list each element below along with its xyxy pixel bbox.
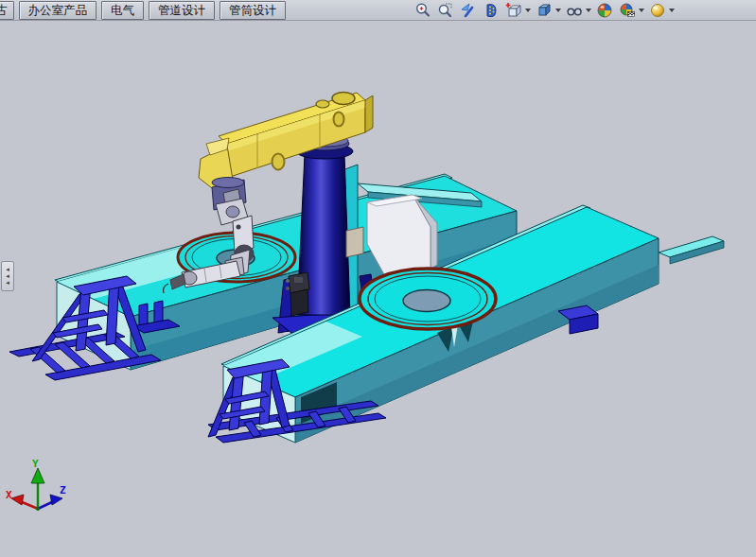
display-style-button[interactable] <box>535 2 554 19</box>
cad-application-window: { "toolbar": { "tabs": [ {"label": "古"},… <box>0 0 756 557</box>
tan-block[interactable] <box>346 227 363 257</box>
rotary-ring-front[interactable] <box>360 269 496 329</box>
render-options-icon <box>649 2 666 19</box>
zoom-to-area-button[interactable] <box>436 2 455 19</box>
command-tabs: 古 办公室产品 电气 管道设计 管筒设计 <box>0 1 286 20</box>
edit-appearance-dropdown[interactable] <box>639 9 644 12</box>
tab-office-products[interactable]: 办公室产品 <box>19 1 97 20</box>
edit-appearance-button[interactable] <box>618 2 637 19</box>
render-options-button[interactable] <box>648 2 667 19</box>
zoom-to-fit-icon <box>414 2 431 19</box>
previous-view-icon <box>460 2 477 19</box>
tab-tubing-design[interactable]: 管筒设计 <box>220 1 286 20</box>
zoom-to-fit-button[interactable] <box>413 2 432 19</box>
triad-y-label: Y <box>32 458 39 470</box>
display-style-dropdown[interactable] <box>555 9 561 12</box>
hide-show-items-icon <box>566 2 583 19</box>
view-orientation-dropdown[interactable] <box>525 9 531 12</box>
apply-scene-button[interactable] <box>595 2 614 19</box>
edit-appearance-group <box>618 2 644 19</box>
rotate-view-button[interactable] <box>482 2 501 19</box>
tab-piping-design[interactable]: 管道设计 <box>149 1 215 20</box>
tab-clipped[interactable]: 古 <box>0 1 14 20</box>
triad-z-label: Z <box>60 484 66 496</box>
rotate-view-icon <box>483 2 500 19</box>
view-orientation-group <box>504 2 531 19</box>
triad-x-label: X <box>6 489 12 501</box>
command-toolbar: 古 办公室产品 电气 管道设计 管筒设计 <box>0 0 756 21</box>
hide-show-items-button[interactable] <box>565 2 584 19</box>
feature-panel-toggle[interactable]: ◂ ◂ ◂ <box>1 261 14 291</box>
zoom-to-area-icon <box>437 2 454 19</box>
display-style-group <box>535 2 561 19</box>
3d-viewport[interactable]: X Y Z <box>0 0 756 557</box>
apply-scene-icon <box>596 2 613 19</box>
previous-view-button[interactable] <box>459 2 478 19</box>
render-options-group <box>648 2 675 19</box>
view-toolbar <box>413 1 675 19</box>
hide-show-items-group <box>565 2 591 19</box>
tab-electrical[interactable]: 电气 <box>101 1 144 20</box>
collapse-arrow-icon: ◂ <box>6 280 9 287</box>
edit-appearance-icon <box>619 2 636 19</box>
view-orientation-icon <box>505 2 522 19</box>
view-orientation-button[interactable] <box>504 2 523 19</box>
display-style-icon <box>536 2 553 19</box>
render-options-dropdown[interactable] <box>669 9 675 12</box>
hide-show-items-dropdown[interactable] <box>586 9 591 12</box>
